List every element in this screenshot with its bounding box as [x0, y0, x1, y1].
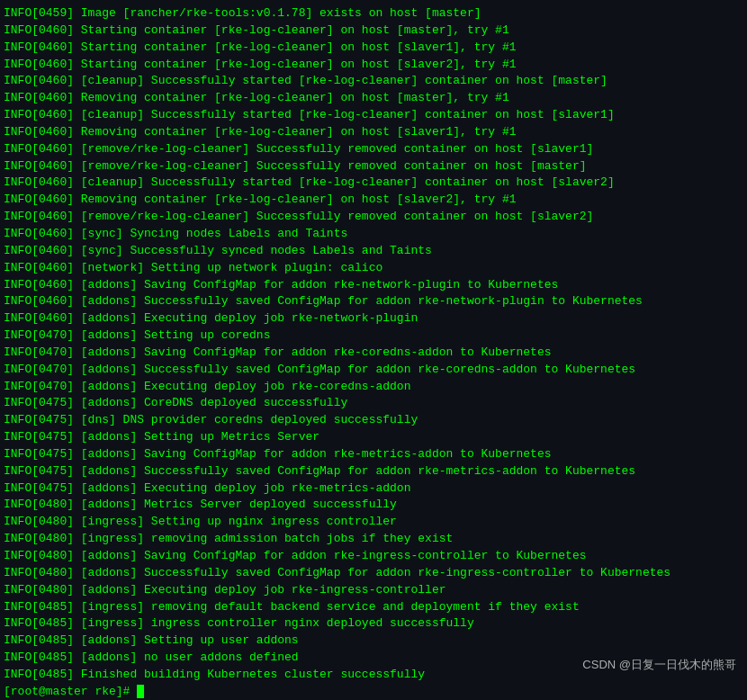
terminal-line: INFO[0460] [addons] Saving ConfigMap for… [4, 277, 743, 294]
terminal-line: INFO[0485] [ingress] ingress controller … [4, 615, 743, 633]
terminal-line: INFO[0460] [network] Setting up network … [4, 260, 743, 277]
terminal-line: INFO[0460] Starting container [rke-log-c… [4, 57, 743, 74]
prompt-text: [root@master rke]# [4, 685, 137, 698]
terminal-line: INFO[0480] [addons] Successfully saved C… [4, 565, 743, 582]
terminal-line: INFO[0470] [addons] Saving ConfigMap for… [4, 345, 743, 362]
terminal-line: INFO[0475] [dns] DNS provider coredns de… [4, 412, 743, 429]
terminal-line: INFO[0475] [addons] Executing deploy job… [4, 480, 743, 498]
watermark: CSDN @日复一日伐木的熊哥 [582, 657, 736, 673]
terminal-line: INFO[0460] [remove/rke-log-cleaner] Succ… [4, 158, 743, 175]
terminal-line: INFO[0460] [cleanup] Successfully starte… [4, 107, 743, 124]
terminal-line: INFO[0480] [addons] Saving ConfigMap for… [4, 548, 743, 565]
terminal-line: INFO[0460] Removing container [rke-log-c… [4, 90, 743, 107]
command-prompt: [root@master rke]# █ [4, 684, 743, 700]
terminal-line: INFO[0460] [remove/rke-log-cleaner] Succ… [4, 141, 743, 158]
terminal-line: INFO[0475] [addons] Saving ConfigMap for… [4, 446, 743, 463]
terminal-line: INFO[0470] [addons] Successfully saved C… [4, 362, 743, 379]
terminal-line: INFO[0460] Removing container [rke-log-c… [4, 192, 743, 209]
terminal-line: INFO[0470] [addons] Setting up coredns [4, 328, 743, 345]
terminal-line: INFO[0485] [ingress] removing default ba… [4, 599, 743, 616]
terminal-line: INFO[0480] [ingress] Setting up nginx in… [4, 514, 743, 531]
terminal-line: INFO[0480] [addons] Executing deploy job… [4, 582, 743, 599]
terminal-line: INFO[0460] [cleanup] Successfully starte… [4, 175, 743, 192]
terminal-line: INFO[0460] [addons] Successfully saved C… [4, 293, 743, 310]
terminal-line: INFO[0485] [addons] Setting up user addo… [4, 633, 743, 650]
terminal-line: INFO[0460] [remove/rke-log-cleaner] Succ… [4, 209, 743, 226]
terminal-line: INFO[0460] Removing container [rke-log-c… [4, 124, 743, 141]
terminal-line: INFO[0460] [cleanup] Successfully starte… [4, 73, 743, 90]
terminal-line: INFO[0459] Image [rancher/rke-tools:v0.1… [4, 5, 743, 22]
terminal-line: INFO[0460] [sync] Syncing nodes Labels a… [4, 226, 743, 243]
terminal-line: INFO[0460] [sync] Successfully synced no… [4, 243, 743, 260]
terminal-window: INFO[0459] Image [rancher/rke-tools:v0.1… [0, 0, 747, 700]
terminal-line: INFO[0475] [addons] CoreDNS deployed suc… [4, 395, 743, 412]
terminal-line: INFO[0470] [addons] Executing deploy job… [4, 379, 743, 396]
terminal-line: INFO[0460] Starting container [rke-log-c… [4, 22, 743, 40]
cursor: █ [137, 685, 144, 698]
terminal-line: INFO[0475] [addons] Successfully saved C… [4, 463, 743, 480]
terminal-line: INFO[0480] [addons] Metrics Server deplo… [4, 497, 743, 514]
terminal-line: INFO[0460] Starting container [rke-log-c… [4, 40, 743, 57]
terminal-line: INFO[0460] [addons] Executing deploy job… [4, 310, 743, 328]
terminal-line: INFO[0475] [addons] Setting up Metrics S… [4, 429, 743, 446]
terminal-line: INFO[0480] [ingress] removing admission … [4, 531, 743, 548]
